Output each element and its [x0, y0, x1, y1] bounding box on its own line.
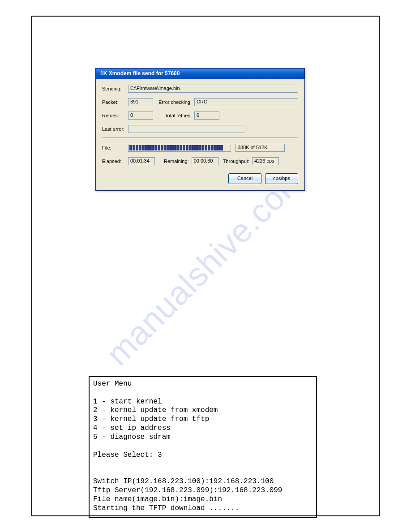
label-last-error: Last error:: [102, 126, 128, 132]
row-timing: Elapsed: 00:01:34 Remaining: 00:00:30 Th…: [102, 157, 298, 165]
label-total-retries: Total retries:: [153, 113, 192, 118]
row-file: File: 388K of 512K: [102, 144, 298, 152]
progress-block: [151, 145, 154, 150]
label-file: File:: [102, 145, 128, 150]
row-last-error: Last error:: [102, 125, 298, 133]
dialog-title: 1K Xmodem file send for 57600: [100, 70, 180, 77]
progress-block: [211, 145, 214, 150]
progress-block: [142, 145, 145, 150]
progress-block: [183, 145, 185, 150]
progress-block: [201, 145, 204, 150]
progress-block: [167, 145, 170, 150]
progress-block: [180, 145, 182, 150]
field-error-checking: CRC: [194, 98, 298, 106]
field-remaining: 00:00:30: [192, 157, 218, 165]
field-retries: 0: [128, 112, 153, 120]
progress-block: [164, 145, 167, 150]
progress-block: [208, 145, 210, 150]
progress-block: [136, 145, 138, 150]
progress-block: [173, 145, 176, 150]
progress-block: [220, 145, 223, 150]
progress-block: [154, 145, 157, 150]
progress-block: [192, 145, 195, 150]
field-throughput: 4226 cps: [252, 157, 279, 165]
dialog-titlebar: 1K Xmodem file send for 57600: [96, 69, 304, 79]
field-last-error: [128, 125, 245, 133]
row-packet: Packet: 391 Error checking: CRC: [102, 98, 298, 106]
progress-block: [133, 145, 135, 150]
terminal-output: User Menu 1 - start kernel 2 - kernel up…: [89, 376, 317, 518]
field-file-progress: 388K of 512K: [235, 144, 285, 152]
progress-block: [161, 145, 163, 150]
field-elapsed: 00:01:34: [128, 157, 155, 165]
field-packet: 391: [128, 98, 153, 106]
divider: [102, 137, 298, 138]
progress-block: [158, 145, 160, 150]
cancel-button[interactable]: Cancel: [228, 173, 261, 184]
label-retries: Retries:: [102, 113, 128, 118]
row-sending: Sending: C:\Firmware\image.bin: [102, 85, 298, 93]
progress-bar: [128, 144, 231, 152]
progress-block: [217, 145, 220, 150]
progress-block: [195, 145, 198, 150]
progress-block: [186, 145, 188, 150]
label-elapsed: Elapsed:: [102, 159, 128, 164]
progress-block: [214, 145, 217, 150]
progress-block: [198, 145, 201, 150]
progress-block: [170, 145, 173, 150]
document-page: manualshive.com 1K Xmodem file send for …: [0, 0, 411, 532]
field-sending: C:\Firmware\image.bin: [128, 85, 298, 93]
progress-block: [205, 145, 207, 150]
label-throughput: Throughput:: [223, 159, 249, 164]
progress-block: [139, 145, 141, 150]
progress-block: [129, 145, 132, 150]
field-total-retries: 0: [194, 112, 219, 120]
row-retries: Retries: 0 Total retries: 0: [102, 112, 298, 120]
cpsbps-button[interactable]: cps/bps: [265, 173, 298, 184]
label-sending: Sending:: [102, 86, 128, 91]
label-packet: Packet:: [102, 99, 128, 105]
label-error-checking: Error checking:: [153, 99, 192, 105]
dialog-body: Sending: C:\Firmware\image.bin Packet: 3…: [96, 79, 304, 190]
label-remaining: Remaining:: [164, 159, 189, 164]
button-row: Cancel cps/bps: [102, 173, 298, 184]
progress-block: [189, 145, 192, 150]
progress-block: [148, 145, 151, 150]
progress-block: [176, 145, 179, 150]
xmodem-dialog: 1K Xmodem file send for 57600 Sending: C…: [95, 68, 305, 191]
progress-block: [145, 145, 148, 150]
